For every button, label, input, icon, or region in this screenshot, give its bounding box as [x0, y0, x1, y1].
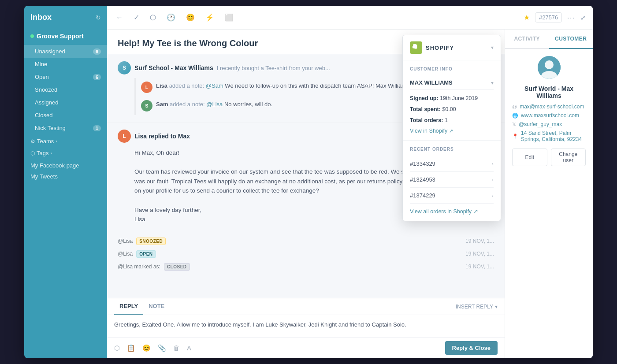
- shopify-customer-chevron-icon: ▾: [491, 80, 494, 86]
- filter-icon[interactable]: ⚡: [204, 11, 216, 23]
- customer-name: Surf World - Max Williams: [512, 85, 586, 99]
- emoji-action-icon[interactable]: 😊: [142, 344, 151, 352]
- sidebar-item-teams[interactable]: ⚙ Teams ›: [24, 134, 107, 146]
- customer-email: @ max@max-surf-school.com: [512, 104, 586, 110]
- shopify-chevron-icon[interactable]: ▾: [491, 45, 494, 51]
- event-time: 19 NOV, 1...: [465, 251, 494, 257]
- status-event: @Lisa OPEN 19 NOV, 1...: [118, 248, 494, 260]
- view-in-shopify-link[interactable]: View in Shopify ↗: [410, 128, 494, 134]
- chevron-right-icon: ›: [50, 151, 52, 156]
- edit-button[interactable]: Edit: [512, 149, 547, 166]
- tab-activity[interactable]: ACTIVITY: [505, 30, 549, 48]
- nav-item-badge: 1: [93, 125, 101, 131]
- order-chevron-icon: ›: [492, 193, 494, 199]
- reply-textarea[interactable]: Greetings, Exalted One. Allow me to intr…: [107, 315, 505, 337]
- reply-send-button[interactable]: Reply & Close: [445, 341, 498, 355]
- shopify-icon: [410, 41, 422, 54]
- note-avatar: S: [141, 100, 152, 111]
- format-action-icon[interactable]: A: [187, 344, 191, 352]
- tag-action-icon[interactable]: ⬡: [114, 344, 120, 352]
- status-dot: [30, 34, 34, 38]
- customer-edit-row: Edit Change user: [512, 149, 586, 166]
- trash-action-icon[interactable]: 🗑: [173, 344, 180, 352]
- toolbar: ← ✓ ⬡ 🕐 😊 ⚡ ⬜ ★ #27576 ··· ⤢: [107, 6, 593, 30]
- note-text: Lisa added a note: @Sam We need to follo…: [156, 82, 428, 89]
- recent-orders-title: RECENT ORDERS: [410, 147, 494, 152]
- sidebar-item-unassigned[interactable]: Unassigned 6: [24, 45, 107, 58]
- location-icon: 📍: [512, 134, 518, 139]
- sidebar-item-snoozed[interactable]: Snoozed: [24, 83, 107, 96]
- order-chevron-icon: ›: [492, 161, 494, 167]
- nav-item-label: Assigned: [35, 99, 58, 106]
- more-icon[interactable]: ···: [567, 14, 575, 21]
- sidebar-item-open[interactable]: Open 6: [24, 71, 107, 83]
- shopify-customer-name: MAX WILLIAMS: [410, 79, 453, 86]
- reply-sender-name: Lisa replied to Max: [134, 133, 190, 140]
- toolbar-right: ★ #27576 ··· ⤢: [524, 12, 586, 22]
- bookmark-icon[interactable]: ⬜: [223, 11, 235, 23]
- reply-tab-reply[interactable]: REPLY: [114, 298, 143, 315]
- star-icon[interactable]: ★: [524, 13, 530, 22]
- shopify-section-title: CUSTOMER INFO: [410, 67, 494, 71]
- refresh-icon[interactable]: ↻: [96, 14, 101, 21]
- globe-icon: 🌐: [512, 113, 518, 119]
- sidebar-title: Inbox: [30, 13, 52, 22]
- assign-icon[interactable]: 😊: [184, 11, 197, 23]
- order-number: #1324953: [410, 176, 435, 183]
- conversation-wrapper: Help! My Tee is the Wrong Colour S Surf …: [107, 30, 505, 358]
- change-user-button[interactable]: Change user: [551, 149, 586, 166]
- check-icon[interactable]: ✓: [132, 11, 141, 23]
- sidebar-item-mine[interactable]: Mine: [24, 58, 107, 71]
- nav-item-label: Nick Testing: [35, 125, 66, 131]
- tag-icon[interactable]: ⬡: [148, 11, 158, 23]
- order-item-3[interactable]: #1374229 ›: [410, 188, 494, 204]
- shopify-total-spent: Total spent: $0.00: [410, 105, 494, 114]
- shopify-customer-name-row[interactable]: MAX WILLIAMS ▾: [410, 76, 494, 90]
- order-item-2[interactable]: #1324953 ›: [410, 172, 494, 188]
- main-content: ← ✓ ⬡ 🕐 😊 ⚡ ⬜ ★ #27576 ··· ⤢: [107, 6, 593, 358]
- nav-item-label: Snoozed: [35, 86, 57, 93]
- note-avatar: L: [141, 82, 152, 93]
- reply-action-icons: ⬡ 📋 😊 📎 🗑 A: [114, 344, 191, 352]
- tweets-link[interactable]: My Tweets: [30, 171, 101, 182]
- nav-item-label: Closed: [35, 112, 52, 119]
- order-chevron-icon: ›: [492, 177, 494, 183]
- sidebar-item-nick-testing[interactable]: Nick Testing 1: [24, 122, 107, 134]
- customer-twitter: 𝕏 @surfer_guy_max: [512, 121, 586, 127]
- shopify-logo: SHOPIFY: [410, 41, 454, 54]
- status-events: @Lisa SNOOZED 19 NOV, 1... @Lisa OPEN 19…: [107, 231, 505, 277]
- nav-item-label: Open: [35, 74, 49, 80]
- status-event: @Lisa SNOOZED 19 NOV, 1...: [118, 235, 494, 248]
- sidebar-item-tags[interactable]: ⬡ Tags ›: [24, 146, 107, 158]
- inbox-label: Groove Support: [37, 33, 84, 40]
- sidebar-item-closed[interactable]: Closed: [24, 109, 107, 122]
- event-user: @Lisa: [118, 251, 133, 257]
- tab-customer[interactable]: CUSTOMER: [549, 30, 593, 49]
- external-link-icon: ↗: [473, 208, 478, 215]
- event-user: @Lisa marked as:: [118, 264, 160, 270]
- event-time: 19 NOV, 1...: [465, 264, 494, 270]
- status-event: @Lisa marked as: CLOSED 19 NOV, 1...: [118, 260, 494, 273]
- status-badge-closed: CLOSED: [164, 263, 190, 271]
- status-badge-open: OPEN: [136, 250, 156, 258]
- shopify-header: SHOPIFY ▾: [403, 35, 501, 60]
- customer-website: 🌐 www.maxsurfschool.com: [512, 112, 586, 119]
- sender-preview: I recently bought a Tee-shirt from your …: [217, 65, 330, 71]
- insert-reply-button[interactable]: INSERT REPLY ▾: [456, 298, 498, 315]
- reply-tab-note[interactable]: NOTE: [143, 298, 170, 315]
- shopify-total-orders: Total orders: 1: [410, 116, 494, 125]
- snooze-icon[interactable]: 🕐: [165, 11, 177, 23]
- customer-info: @ max@max-surf-school.com 🌐 www.maxsurfs…: [512, 104, 586, 142]
- facebook-link[interactable]: My Facebook page: [30, 160, 101, 171]
- avatar: L: [118, 130, 131, 143]
- attachment-action-icon[interactable]: 📋: [127, 344, 135, 352]
- right-panel: ACTIVITY CUSTOMER Surf World - Max Willi…: [505, 30, 593, 358]
- order-item-1[interactable]: #1334329 ›: [410, 156, 494, 172]
- sidebar-item-assigned[interactable]: Assigned: [24, 96, 107, 109]
- nav-item-label: Mine: [35, 61, 47, 67]
- back-icon[interactable]: ←: [114, 12, 125, 23]
- expand-icon[interactable]: ⤢: [580, 14, 586, 21]
- view-all-orders-link[interactable]: View all orders in Shopify ↗: [410, 208, 494, 215]
- chevron-right-icon: ›: [56, 139, 57, 144]
- file-action-icon[interactable]: 📎: [158, 344, 166, 352]
